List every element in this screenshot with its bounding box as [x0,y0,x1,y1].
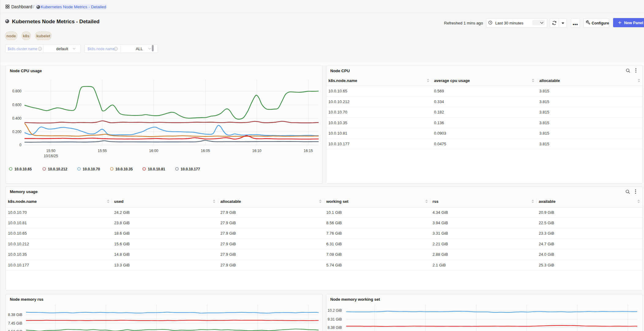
svg-text:0.400: 0.400 [12,116,21,121]
svg-text:15:50: 15:50 [46,149,55,153]
svg-text:8.38 GiB: 8.38 GiB [328,325,342,330]
svg-text:10/16/25: 10/16/25 [44,154,58,158]
svg-text:6.52 GiB: 6.52 GiB [8,329,22,331]
svg-text:15:55: 15:55 [98,149,107,153]
svg-text:0: 0 [19,143,21,147]
svg-text:0.200: 0.200 [12,130,21,134]
svg-text:10.0.10.65: 10.0.10.65 [14,167,32,171]
svg-text:7.45 GiB: 7.45 GiB [8,321,22,325]
svg-text:16:15: 16:15 [304,149,313,153]
svg-text:10.0.10.70: 10.0.10.70 [83,167,100,171]
svg-text:0.800: 0.800 [12,89,21,93]
svg-text:10.0.10.212: 10.0.10.212 [48,167,68,171]
svg-text:9.31 GiB: 9.31 GiB [328,317,342,322]
svg-text:10.2 GiB: 10.2 GiB [328,308,342,313]
svg-text:10.0.10.35: 10.0.10.35 [115,167,133,171]
svg-text:10.0.10.81: 10.0.10.81 [148,167,165,171]
svg-text:16:05: 16:05 [201,149,210,153]
svg-text:16:10: 16:10 [252,149,261,153]
svg-text:16:00: 16:00 [149,149,158,153]
svg-text:8.38 GiB: 8.38 GiB [8,313,22,317]
svg-text:10.0.10.177: 10.0.10.177 [181,167,200,171]
svg-text:0.600: 0.600 [12,103,21,107]
